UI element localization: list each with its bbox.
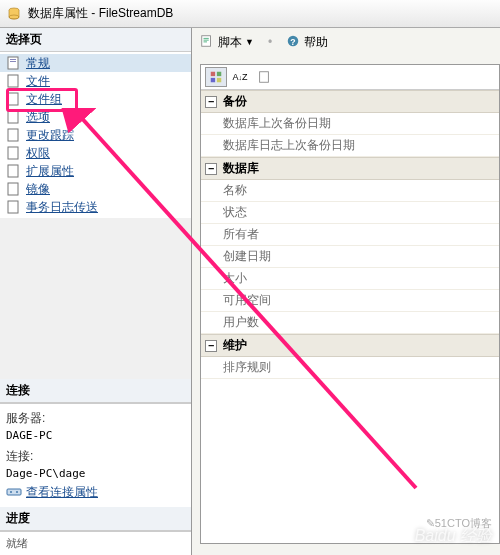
nav-label: 更改跟踪 — [26, 127, 74, 144]
connection-panel: 服务器: DAGE-PC 连接: Dage-PC\dage 查看连接属性 — [0, 403, 191, 508]
nav-label: 文件 — [26, 73, 50, 90]
view-connection-text: 查看连接属性 — [26, 484, 98, 501]
property-row[interactable]: 状态 — [201, 202, 499, 224]
conn-value: Dage-PC\dage — [6, 467, 185, 484]
page-icon — [6, 199, 22, 215]
property-row[interactable]: 大小 — [201, 268, 499, 290]
page-icon — [6, 109, 22, 125]
nav-label: 镜像 — [26, 181, 50, 198]
svg-rect-5 — [8, 75, 18, 87]
category-label: 维护 — [223, 337, 247, 354]
content-toolbar: 脚本 ▼ • ? 帮助 — [192, 28, 500, 56]
view-connection-link[interactable]: 查看连接属性 — [6, 484, 98, 501]
property-row[interactable]: 数据库上次备份日期 — [201, 113, 499, 135]
property-category[interactable]: −维护 — [201, 334, 499, 357]
svg-rect-16 — [202, 35, 211, 46]
nav-label: 常规 — [26, 55, 50, 72]
page-icon — [6, 91, 22, 107]
svg-rect-12 — [8, 201, 18, 213]
nav-item-permissions[interactable]: 权限 — [0, 144, 191, 162]
svg-rect-2 — [8, 57, 18, 69]
property-row[interactable]: 名称 — [201, 180, 499, 202]
help-button[interactable]: ? 帮助 — [286, 34, 328, 51]
svg-text:?: ? — [290, 36, 295, 46]
page-icon — [6, 163, 22, 179]
property-category[interactable]: −备份 — [201, 90, 499, 113]
property-row[interactable]: 创建日期 — [201, 246, 499, 268]
nav-item-options[interactable]: 选项 — [0, 108, 191, 126]
chevron-down-icon: ▼ — [245, 37, 254, 47]
nav-item-logshipping[interactable]: 事务日志传送 — [0, 198, 191, 216]
svg-rect-8 — [8, 129, 18, 141]
property-category[interactable]: −数据库 — [201, 157, 499, 180]
svg-rect-6 — [8, 93, 18, 105]
svg-rect-3 — [10, 59, 16, 60]
window-title: 数据库属性 - FileStreamDB — [28, 5, 173, 22]
page-icon — [6, 55, 22, 71]
page-icon — [6, 127, 22, 143]
collapse-toggle-icon[interactable]: − — [205, 163, 217, 175]
property-row[interactable]: 用户数 — [201, 312, 499, 334]
window-titlebar: 数据库属性 - FileStreamDB — [0, 0, 500, 28]
property-row[interactable]: 所有者 — [201, 224, 499, 246]
nav-label: 扩展属性 — [26, 163, 74, 180]
svg-rect-21 — [211, 78, 215, 82]
page-nav-list: 常规 文件 文件组 选项 更改跟踪 权限 — [0, 52, 191, 218]
help-label: 帮助 — [304, 34, 328, 51]
collapse-toggle-icon[interactable]: − — [205, 340, 217, 352]
svg-rect-7 — [8, 111, 18, 123]
help-icon: ? — [286, 34, 300, 51]
database-icon — [6, 6, 22, 22]
nav-label: 文件组 — [26, 91, 62, 108]
svg-rect-20 — [217, 72, 221, 76]
svg-point-15 — [16, 491, 18, 493]
svg-point-14 — [10, 491, 12, 493]
property-row[interactable]: 可用空间 — [201, 290, 499, 312]
connection-icon — [6, 484, 22, 500]
progress-status: 就绪 — [6, 537, 28, 549]
server-value: DAGE-PC — [6, 429, 185, 446]
svg-rect-19 — [211, 72, 215, 76]
svg-rect-10 — [8, 165, 18, 177]
page-icon — [6, 145, 22, 161]
svg-rect-23 — [260, 72, 269, 83]
categorized-button[interactable] — [205, 67, 227, 87]
page-icon — [6, 73, 22, 89]
nav-label: 选项 — [26, 109, 50, 126]
select-page-header: 选择页 — [0, 28, 191, 52]
property-row[interactable]: 数据库日志上次备份日期 — [201, 135, 499, 157]
nav-item-mirroring[interactable]: 镜像 — [0, 180, 191, 198]
script-dropdown[interactable]: 脚本 ▼ — [200, 34, 254, 51]
property-pages-button[interactable] — [253, 67, 275, 87]
progress-header: 进度 — [0, 507, 191, 531]
nav-item-general[interactable]: 常规 — [0, 54, 191, 72]
property-row[interactable]: 排序规则 — [201, 357, 499, 379]
progress-panel: 就绪 — [0, 531, 191, 555]
conn-label: 连接: — [6, 446, 185, 467]
content-pane: 脚本 ▼ • ? 帮助 A↓Z −备份数据库上次备份日期数据库日志上次备份日期−… — [192, 28, 500, 555]
svg-rect-13 — [7, 489, 21, 495]
nav-item-tracking[interactable]: 更改跟踪 — [0, 126, 191, 144]
script-label: 脚本 — [218, 34, 242, 51]
connection-header: 连接 — [0, 379, 191, 403]
svg-rect-22 — [217, 78, 221, 82]
category-label: 数据库 — [223, 160, 259, 177]
svg-rect-11 — [8, 183, 18, 195]
nav-label: 权限 — [26, 145, 50, 162]
property-grid: A↓Z −备份数据库上次备份日期数据库日志上次备份日期−数据库名称状态所有者创建… — [200, 64, 500, 544]
svg-rect-9 — [8, 147, 18, 159]
property-toolbar: A↓Z — [201, 65, 499, 90]
collapse-toggle-icon[interactable]: − — [205, 96, 217, 108]
alphabetical-button[interactable]: A↓Z — [229, 67, 251, 87]
nav-label: 事务日志传送 — [26, 199, 98, 216]
nav-item-files[interactable]: 文件 — [0, 72, 191, 90]
sidebar: 选择页 常规 文件 文件组 选项 更改跟踪 — [0, 28, 192, 555]
page-icon — [6, 181, 22, 197]
svg-rect-4 — [10, 61, 16, 62]
nav-item-filegroups[interactable]: 文件组 — [0, 90, 191, 108]
toolbar-separator: • — [268, 35, 272, 49]
nav-item-extended[interactable]: 扩展属性 — [0, 162, 191, 180]
server-label: 服务器: — [6, 408, 185, 429]
script-icon — [200, 34, 214, 51]
category-label: 备份 — [223, 93, 247, 110]
